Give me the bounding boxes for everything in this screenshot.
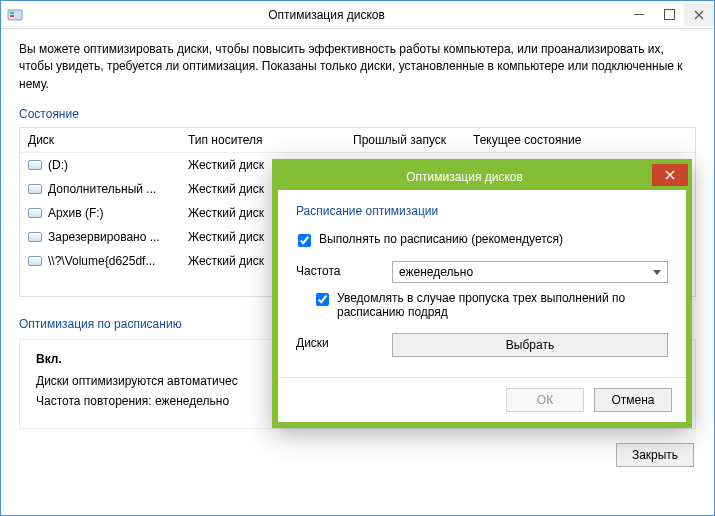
window-controls: [624, 4, 714, 26]
col-state-header[interactable]: Текущее состояние: [465, 128, 695, 152]
drive-icon: [28, 208, 42, 218]
disk-name: Архив (F:): [48, 206, 104, 220]
run-on-schedule-checkbox[interactable]: [298, 234, 311, 247]
description-text: Вы можете оптимизировать диски, чтобы по…: [19, 41, 696, 93]
minimize-button[interactable]: [624, 4, 654, 26]
close-button[interactable]: [684, 4, 714, 26]
disks-label: Диски: [296, 333, 392, 350]
app-icon: [7, 7, 23, 23]
disk-name: Зарезервировано ...: [48, 230, 160, 244]
frequency-label: Частота: [296, 261, 392, 278]
col-disk-header[interactable]: Диск: [20, 128, 180, 152]
disk-name: Дополнительный ...: [48, 182, 156, 196]
disk-name: \\?\Volume{d625df...: [48, 254, 155, 268]
schedule-dialog: Оптимизация дисков Расписание оптимизаци…: [272, 159, 692, 428]
run-on-schedule-label: Выполнять по расписанию (рекомендуется): [319, 232, 563, 246]
maximize-button[interactable]: [654, 4, 684, 26]
col-type-header[interactable]: Тип носителя: [180, 128, 345, 152]
col-last-header[interactable]: Прошлый запуск: [345, 128, 465, 152]
notify-checkbox[interactable]: [316, 293, 329, 306]
frequency-select[interactable]: еженедельно: [392, 261, 668, 283]
window-title: Оптимизация дисков: [29, 8, 624, 22]
drive-icon: [28, 184, 42, 194]
svg-rect-1: [10, 12, 14, 14]
choose-disks-button[interactable]: Выбрать: [392, 333, 668, 357]
main-footer: Закрыть: [19, 443, 696, 467]
drive-icon: [28, 160, 42, 170]
ok-button[interactable]: ОК: [506, 388, 584, 412]
dialog-heading: Расписание оптимизации: [296, 204, 668, 218]
svg-rect-2: [10, 15, 14, 17]
dialog-close-button[interactable]: [652, 164, 688, 186]
drive-icon: [28, 256, 42, 266]
drive-icon: [28, 232, 42, 242]
cancel-button[interactable]: Отмена: [594, 388, 672, 412]
table-header: Диск Тип носителя Прошлый запуск Текущее…: [20, 128, 695, 153]
close-main-button[interactable]: Закрыть: [616, 443, 694, 467]
disk-name: (D:): [48, 158, 68, 172]
state-section-label: Состояние: [19, 107, 696, 121]
titlebar: Оптимизация дисков: [1, 1, 714, 29]
chevron-down-icon: [653, 270, 661, 275]
notify-label: Уведомлять в случае пропуска трех выполн…: [337, 291, 668, 319]
dialog-title: Оптимизация дисков: [277, 170, 652, 184]
frequency-value: еженедельно: [399, 265, 473, 279]
dialog-titlebar: Оптимизация дисков: [277, 164, 687, 190]
dialog-footer: ОК Отмена: [278, 377, 686, 422]
dialog-body: Расписание оптимизации Выполнять по расп…: [278, 190, 686, 377]
